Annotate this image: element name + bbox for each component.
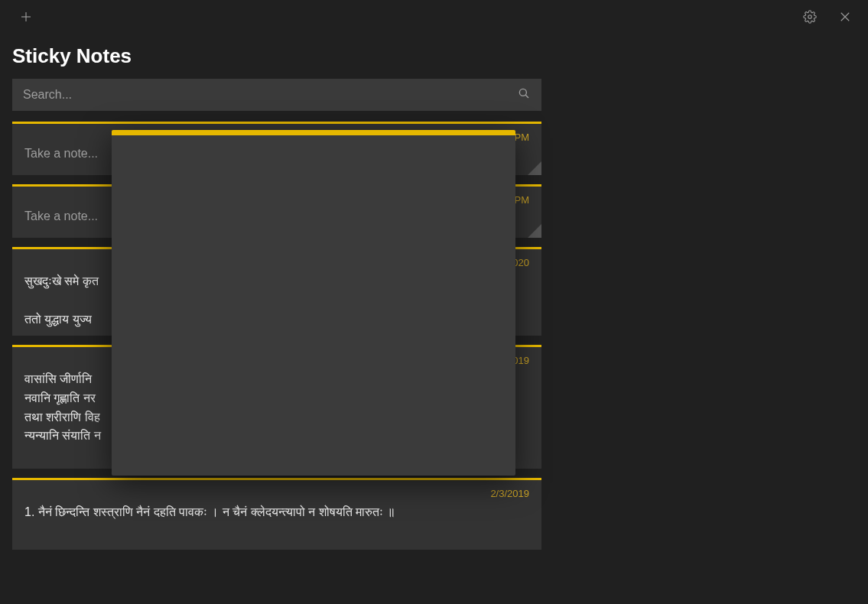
floating-note-body[interactable] (112, 135, 515, 476)
note-corner-fold (528, 161, 541, 175)
settings-button[interactable] (795, 3, 825, 34)
svg-line-6 (525, 95, 528, 98)
note-text: 1. नैनं छिन्दन्ति शस्त्राणि नैनं दहति पा… (24, 489, 529, 522)
note-date: 2/3/2019 (490, 488, 529, 499)
page-title: Sticky Notes (0, 37, 868, 79)
search-box[interactable] (12, 79, 541, 111)
search-input[interactable] (23, 88, 517, 102)
svg-point-2 (808, 15, 812, 19)
note-card[interactable]: 2/3/2019 1. नैनं छिन्दन्ति शस्त्राणि नैन… (12, 478, 541, 550)
search-icon (517, 86, 531, 103)
floating-note-window[interactable] (112, 130, 515, 476)
svg-point-5 (519, 89, 526, 96)
gear-icon (803, 10, 817, 27)
new-note-button[interactable] (11, 3, 41, 34)
note-corner-fold (528, 224, 541, 238)
close-icon (838, 10, 852, 27)
titlebar (0, 0, 868, 37)
close-button[interactable] (830, 3, 860, 34)
plus-icon (19, 10, 33, 27)
